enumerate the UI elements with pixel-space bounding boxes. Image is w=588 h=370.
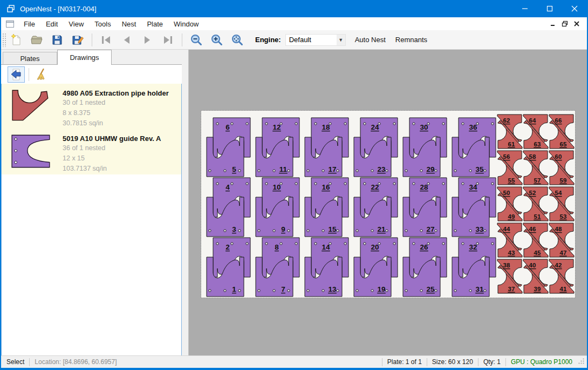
- svg-text:33: 33: [475, 225, 484, 233]
- nest-part-pair-red[interactable]: 4847: [549, 223, 574, 257]
- drawing-info: 4980 A05 Extraction pipe holder 30 of 1 …: [63, 89, 169, 129]
- title-bar: OpenNest - [N0317-004]: [1, 0, 587, 17]
- nest-part-pair-purple[interactable]: 2625: [403, 238, 447, 297]
- menu-nest[interactable]: Nest: [117, 19, 142, 29]
- svg-text:4: 4: [225, 183, 230, 191]
- svg-text:59: 59: [560, 177, 567, 184]
- svg-text:41: 41: [560, 286, 567, 292]
- nest-part-pair-red[interactable]: 5049: [497, 187, 522, 221]
- document-icon[interactable]: [6, 21, 14, 28]
- menu-window[interactable]: Window: [168, 19, 204, 29]
- nest-part-pair-red[interactable]: 4039: [523, 259, 548, 293]
- svg-text:53: 53: [560, 213, 567, 220]
- tab-drawings[interactable]: Drawings: [57, 50, 112, 65]
- svg-text:61: 61: [508, 141, 515, 147]
- menu-tools[interactable]: Tools: [89, 19, 116, 29]
- maximize-button[interactable]: [537, 0, 562, 17]
- clear-drawings-button[interactable]: [33, 66, 50, 83]
- nested-parts-layout: 6543211211109871817161514132423222120193…: [201, 111, 575, 298]
- save-button[interactable]: [47, 32, 67, 48]
- menu-edit[interactable]: Edit: [40, 19, 63, 29]
- nest-part-pair-purple[interactable]: 2827: [403, 178, 447, 237]
- nest-part-pair-red[interactable]: 6059: [549, 151, 574, 185]
- nest-part-pair-purple[interactable]: 3029: [403, 118, 447, 177]
- first-plate-button[interactable]: [96, 32, 117, 48]
- svg-text:25: 25: [426, 285, 435, 293]
- left-panel: Plates Drawings: [1, 50, 188, 355]
- nest-part-pair-purple[interactable]: 87: [256, 238, 299, 297]
- nest-canvas[interactable]: 6543211211109871817161514132423222120193…: [188, 50, 587, 355]
- resize-grip[interactable]: [578, 358, 585, 366]
- last-plate-button[interactable]: [158, 32, 178, 48]
- svg-text:9: 9: [281, 225, 285, 233]
- nest-part-pair-red[interactable]: 5857: [523, 151, 548, 185]
- menu-view[interactable]: View: [63, 19, 89, 29]
- engine-select[interactable]: Default ▼: [285, 34, 346, 46]
- nest-part-pair-purple[interactable]: 3433: [452, 178, 496, 237]
- zoom-in-button[interactable]: [207, 32, 227, 48]
- nest-part-pair-red[interactable]: 4645: [523, 223, 548, 257]
- status-separator: [478, 358, 478, 366]
- nest-part-pair-red[interactable]: 5453: [549, 187, 574, 221]
- mdi-minimize-button[interactable]: [547, 18, 559, 29]
- next-plate-button[interactable]: [137, 32, 158, 48]
- menu-file[interactable]: File: [18, 19, 40, 29]
- engine-value: Default: [289, 36, 311, 44]
- nest-part-pair-purple[interactable]: 2019: [354, 238, 398, 297]
- drawing-info: 5019 A10 UHMW guide Rev. A 36 of 1 neste…: [63, 134, 161, 174]
- status-qty: Qty: 1: [483, 358, 501, 366]
- chevron-down-icon[interactable]: ▼: [337, 35, 345, 45]
- svg-text:44: 44: [503, 226, 510, 232]
- zoom-out-button[interactable]: [186, 32, 207, 48]
- new-button[interactable]: [6, 32, 26, 48]
- drawing-item-extraction-pipe-holder[interactable]: 4980 A05 Extraction pipe holder 30 of 1 …: [2, 84, 181, 129]
- nest-part-pair-purple[interactable]: 1817: [305, 118, 348, 177]
- svg-text:60: 60: [555, 153, 562, 160]
- nest-part-pair-red[interactable]: 4241: [549, 259, 574, 293]
- status-plate: Plate: 1 of 1: [387, 358, 422, 366]
- mdi-restore-button[interactable]: [559, 18, 571, 29]
- svg-text:13: 13: [328, 285, 337, 293]
- nest-part-pair-purple[interactable]: 1211: [256, 118, 299, 177]
- save-as-button[interactable]: [67, 32, 88, 48]
- toolbar-grip[interactable]: [2, 33, 6, 47]
- menu-plate[interactable]: Plate: [141, 19, 168, 29]
- nest-part-pair-purple[interactable]: 2423: [354, 118, 398, 177]
- zoom-out-icon: [190, 33, 203, 46]
- nest-part-pair-purple[interactable]: 1413: [305, 238, 348, 297]
- nest-part-pair-purple[interactable]: 65: [207, 118, 250, 177]
- broom-icon: [35, 68, 48, 81]
- nest-part-pair-red[interactable]: 6463: [523, 115, 548, 149]
- nest-part-pair-red[interactable]: 6665: [549, 115, 574, 149]
- auto-nest-button[interactable]: Auto Nest: [350, 33, 391, 46]
- import-drawing-button[interactable]: [8, 66, 25, 83]
- nest-part-pair-purple[interactable]: 1615: [305, 178, 348, 237]
- svg-text:32: 32: [469, 243, 477, 251]
- nest-part-pair-red[interactable]: 6261: [497, 115, 522, 149]
- nest-part-pair-purple[interactable]: 3231: [452, 238, 496, 297]
- remnants-button[interactable]: Remnants: [391, 33, 432, 46]
- tab-plates[interactable]: Plates: [3, 52, 57, 65]
- previous-plate-button[interactable]: [117, 32, 137, 48]
- zoom-fit-button[interactable]: [227, 32, 248, 48]
- plate[interactable]: 6543211211109871817161514132423222120193…: [201, 111, 575, 298]
- svg-text:3: 3: [232, 225, 236, 233]
- nest-part-pair-red[interactable]: 5655: [497, 151, 522, 185]
- next-arrow-icon: [141, 33, 154, 46]
- nest-part-pair-red[interactable]: 3837: [497, 259, 522, 293]
- nest-part-pair-purple[interactable]: 2221: [354, 178, 398, 237]
- drawing-item-uhmw-guide[interactable]: 5019 A10 UHMW guide Rev. A 36 of 1 neste…: [2, 129, 181, 174]
- open-button[interactable]: [26, 32, 47, 48]
- nest-part-pair-red[interactable]: 5251: [523, 187, 548, 221]
- close-button[interactable]: [562, 0, 587, 17]
- svg-text:10: 10: [272, 183, 281, 191]
- nest-part-pair-purple[interactable]: 109: [256, 178, 299, 237]
- engine-label: Engine:: [255, 36, 281, 44]
- svg-text:17: 17: [328, 165, 336, 173]
- nest-part-pair-red[interactable]: 4443: [497, 223, 522, 257]
- mdi-close-button[interactable]: [571, 18, 583, 29]
- nest-part-pair-purple[interactable]: 43: [207, 178, 250, 237]
- nest-part-pair-purple[interactable]: 3635: [452, 118, 496, 177]
- nest-part-pair-purple[interactable]: 21: [207, 238, 250, 297]
- minimize-button[interactable]: [512, 0, 537, 17]
